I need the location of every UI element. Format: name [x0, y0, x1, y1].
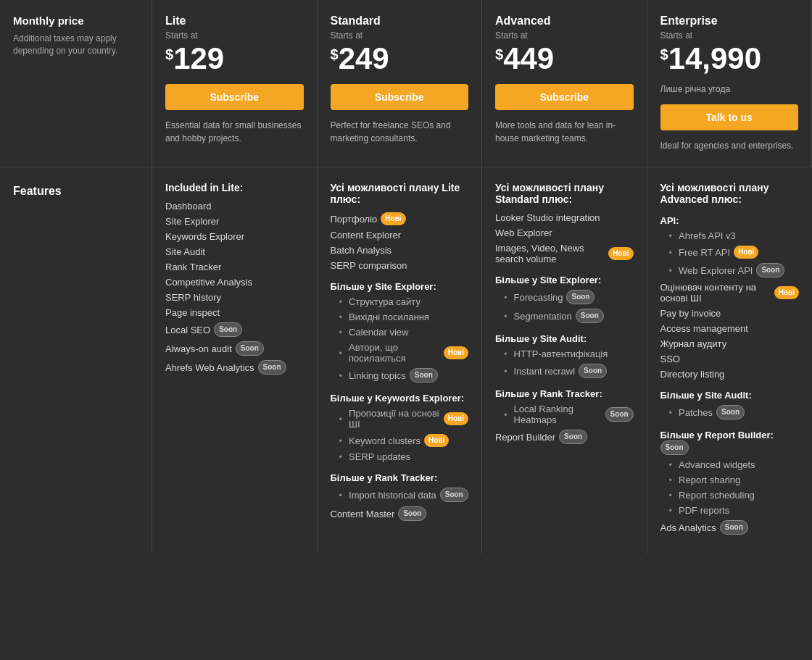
enterprise-features: Усі можливості плану Advanced плюс:API:A… — [647, 167, 813, 554]
list-item: Rank Tracker — [165, 262, 304, 272]
list-item: PDF reports — [660, 505, 800, 516]
list-item: SERP comparison — [331, 260, 469, 271]
enterprise-plan-name: Enterprise — [660, 14, 799, 28]
soon-badge: Soon — [660, 440, 689, 455]
enterprise-features-heading: Усі можливості плану Advanced плюс: — [660, 182, 800, 205]
soon-badge: Soon — [756, 263, 784, 277]
new-badge: Нові — [381, 212, 405, 225]
list-item: Images, Video, News search volume Нові — [495, 243, 634, 264]
soon-badge: Soon — [410, 368, 438, 383]
soon-badge: Soon — [440, 488, 468, 502]
enterprise-note: Лише річна угода — [660, 84, 799, 94]
list-item: Page inspect — [165, 307, 304, 318]
lite-plan-header: Lite Starts at $ 129 Subscribe Essential… — [152, 0, 318, 167]
standard-plan-name: Standard — [331, 14, 469, 28]
soon-badge: Soon — [605, 407, 634, 422]
list-item: Import historical data Soon — [331, 488, 469, 502]
soon-badge: Soon — [398, 506, 426, 521]
lite-features-heading: Included in Lite: — [165, 182, 304, 193]
list-item: Keyword clusters Нові — [331, 434, 469, 447]
list-item: Batch Analysis — [331, 245, 469, 256]
list-item: Keywords Explorer — [165, 231, 304, 242]
list-item: Автори, що посилаються Нові — [331, 342, 469, 364]
monthly-price-title: Monthly price — [13, 14, 138, 27]
standard-subscribe-button[interactable]: Subscribe — [331, 84, 469, 110]
list-item: Структура сайту — [331, 296, 469, 307]
list-item: Free RT API Нові — [660, 246, 800, 259]
list-item: SERP history — [165, 292, 304, 303]
list-item: Report scheduling — [660, 490, 800, 501]
list-item: Pay by invoice — [660, 308, 800, 319]
new-badge: Нові — [734, 246, 758, 259]
list-item: Report Builder Soon — [495, 430, 634, 444]
lite-plan-name: Lite — [165, 14, 304, 28]
enterprise-starts-at: Starts at — [660, 30, 799, 41]
list-item: Instant recrawl Soon — [495, 364, 634, 378]
lite-starts-at: Starts at — [165, 30, 304, 41]
lite-subscribe-button[interactable]: Subscribe — [165, 84, 304, 110]
list-item: Segmentation Soon — [495, 309, 634, 323]
standard-price: 249 — [339, 43, 389, 74]
enterprise-plan-header: Enterprise Starts at $ 14,990 Лише річна… — [647, 0, 813, 167]
list-item: Web Explorer API Soon — [660, 263, 800, 277]
list-item: SERP updates — [331, 451, 469, 462]
standard-features-heading: Усі можливості плану Lite плюс: — [331, 182, 469, 205]
lite-features: Included in Lite:DashboardSite ExplorerK… — [152, 167, 318, 554]
new-badge: Нові — [424, 434, 449, 447]
soon-badge: Soon — [716, 405, 745, 419]
new-badge: Нові — [774, 286, 799, 299]
monthly-price-cell: Monthly price Additional taxes may apply… — [0, 0, 152, 167]
standard-plan-header: Standard Starts at $ 249 Subscribe Perfe… — [318, 0, 483, 167]
standard-description: Perfect for freelance SEOs and marketing… — [331, 119, 469, 145]
lite-price: 129 — [173, 43, 224, 74]
features-label: Features — [0, 167, 152, 554]
soon-badge: Soon — [566, 290, 594, 304]
list-item: Content Master Soon — [331, 506, 469, 521]
list-item: Ahrefs API v3 — [660, 230, 800, 241]
section-header: Більше у Site Explorer: — [495, 275, 634, 285]
list-item: Local SEO Soon — [165, 322, 304, 337]
section-header: Більше у Site Explorer: — [331, 281, 469, 292]
standard-features: Усі можливості плану Lite плюс:Портфоліо… — [318, 167, 483, 554]
list-item: Forecasting Soon — [495, 290, 634, 304]
advanced-subscribe-button[interactable]: Subscribe — [495, 84, 634, 110]
monthly-price-note: Additional taxes may apply depending on … — [13, 33, 138, 57]
section-header: Більше у Rank Tracker: — [331, 472, 469, 483]
list-item: Access management — [660, 323, 800, 334]
enterprise-price: 14,990 — [668, 43, 761, 74]
enterprise-price-display: $ 14,990 — [660, 43, 799, 74]
list-item: Content Explorer — [331, 230, 469, 241]
section-header: Більше у Site Audit: — [660, 390, 800, 401]
advanced-price: 449 — [503, 43, 554, 74]
list-item: Пропозиції на основі ШІ Нові — [331, 408, 469, 430]
soon-badge: Soon — [214, 322, 242, 337]
section-header: Більше у Site Audit: — [495, 333, 634, 344]
advanced-features: Усі можливості плану Standard плюс:Looke… — [482, 167, 647, 554]
soon-badge: Soon — [576, 309, 604, 323]
soon-badge: Soon — [559, 430, 587, 444]
enterprise-description: Ideal for agencies and enterprises. — [660, 139, 799, 152]
advanced-plan-name: Advanced — [495, 14, 634, 28]
advanced-price-display: $ 449 — [495, 43, 634, 74]
list-item: Linking topics Soon — [331, 368, 469, 383]
list-item: HTTP-автентифікація — [495, 348, 634, 359]
section-header: Більше у Report Builder: Soon — [660, 430, 800, 455]
list-item: Ads Analytics Soon — [660, 520, 800, 535]
new-badge: Нові — [444, 412, 468, 425]
enterprise-talk-button[interactable]: Talk to us — [660, 104, 799, 130]
list-item: Directory listing — [660, 369, 800, 380]
section-header: Більше у Keywords Explorer: — [331, 393, 469, 404]
list-item: Always-on audit Soon — [165, 341, 304, 356]
section-header: API: — [660, 215, 800, 226]
list-item: Advanced widgets — [660, 459, 800, 470]
list-item: Ahrefs Web Analytics Soon — [165, 360, 304, 375]
advanced-features-heading: Усі можливості плану Standard плюс: — [495, 182, 634, 205]
list-item: Looker Studio integration — [495, 212, 634, 223]
list-item: Competitive Analysis — [165, 277, 304, 288]
list-item: Web Explorer — [495, 227, 634, 238]
list-item: SSO — [660, 354, 800, 364]
standard-currency: $ — [331, 46, 339, 63]
advanced-currency: $ — [495, 46, 503, 63]
list-item: Портфоліо Нові — [331, 212, 469, 225]
new-badge: Нові — [444, 346, 468, 359]
